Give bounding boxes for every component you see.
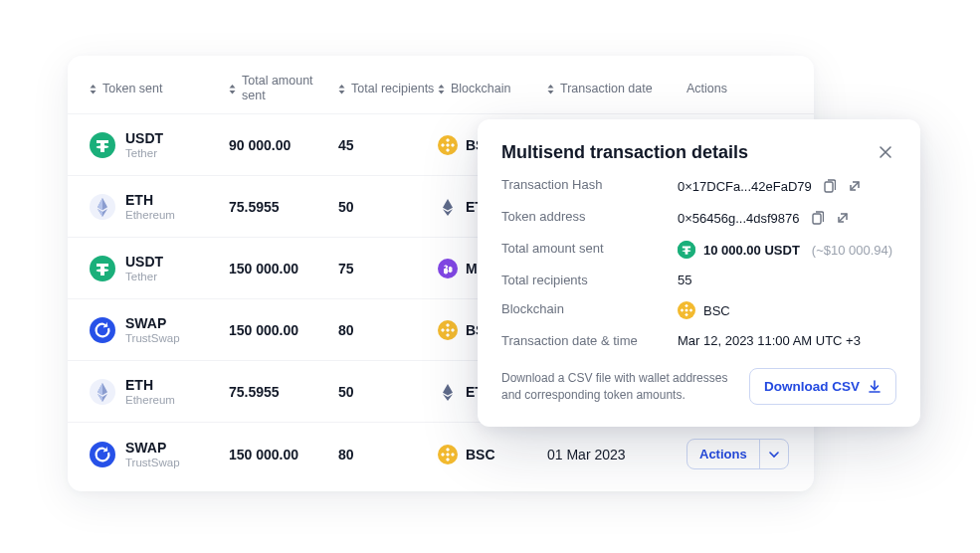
cell-token: USDT Tether bbox=[90, 130, 229, 159]
th-actions: Actions bbox=[686, 82, 796, 96]
download-icon bbox=[868, 380, 882, 394]
eth-icon bbox=[90, 194, 115, 220]
download-csv-button[interactable]: Download CSV bbox=[749, 368, 896, 405]
th-blockchain[interactable]: Blockchain bbox=[438, 82, 547, 96]
eth-icon bbox=[438, 197, 458, 217]
bsc-icon bbox=[678, 301, 695, 319]
label-token-address: Token address bbox=[501, 209, 666, 227]
value-blockchain: BSC bbox=[703, 303, 730, 318]
transaction-details-panel: Multisend transaction details Transactio… bbox=[478, 119, 920, 427]
cell-recipients: 45 bbox=[338, 137, 438, 153]
token-name: Ethereum bbox=[125, 209, 175, 221]
th-amount[interactable]: Total amount sent bbox=[229, 74, 338, 103]
actions-label: Actions bbox=[687, 440, 760, 468]
value-token-address: 0×56456g...4dsf9876 bbox=[678, 211, 800, 226]
cell-token: ETH Ethereum bbox=[90, 377, 229, 406]
open-address-button[interactable] bbox=[834, 209, 852, 227]
label-datetime: Transaction date & time bbox=[501, 333, 666, 348]
panel-title: Multisend transaction details bbox=[501, 142, 748, 163]
chain-label: BSC bbox=[466, 447, 495, 462]
label-hash: Transaction Hash bbox=[501, 177, 666, 195]
value-total-recipients: 55 bbox=[678, 273, 691, 287]
copy-address-button[interactable] bbox=[808, 209, 826, 227]
csv-note: Download a CSV file with wallet addresse… bbox=[501, 370, 735, 402]
cell-actions: Actions bbox=[686, 439, 796, 469]
token-name: TrustSwap bbox=[125, 457, 180, 468]
cell-token: USDT Tether bbox=[90, 254, 229, 282]
token-symbol: ETH bbox=[125, 192, 175, 208]
bsc-icon bbox=[438, 445, 458, 464]
table-header: Token sent Total amount sent Total recip… bbox=[68, 56, 814, 113]
cell-recipients: 80 bbox=[338, 447, 438, 462]
cell-token: SWAP TrustSwap bbox=[90, 315, 229, 344]
table-row: SWAP TrustSwap 150 000.00 80 BSC 01 Mar … bbox=[68, 422, 814, 485]
token-symbol: SWAP bbox=[125, 315, 180, 331]
cell-token: ETH Ethereum bbox=[90, 192, 229, 221]
cell-amount: 90 000.00 bbox=[229, 137, 338, 153]
close-button[interactable] bbox=[875, 141, 896, 163]
sort-icon bbox=[547, 84, 554, 94]
th-token[interactable]: Token sent bbox=[90, 82, 229, 96]
cell-amount: 150 000.00 bbox=[229, 447, 338, 462]
tether-icon bbox=[90, 132, 115, 158]
download-csv-label: Download CSV bbox=[764, 379, 860, 394]
cell-amount: 75.5955 bbox=[229, 384, 338, 400]
th-date-label: Transaction date bbox=[560, 82, 653, 96]
token-symbol: USDT bbox=[125, 130, 163, 146]
cell-token: SWAP TrustSwap bbox=[90, 440, 229, 468]
cell-amount: 75.5955 bbox=[229, 199, 338, 215]
value-datetime: Mar 12, 2023 11:00 AM UTC +3 bbox=[678, 333, 861, 348]
th-actions-label: Actions bbox=[686, 82, 727, 96]
token-symbol: SWAP bbox=[125, 440, 180, 456]
sort-icon bbox=[438, 84, 445, 94]
label-total-recipients: Total recipients bbox=[501, 273, 666, 287]
value-hash: 0×17DCFa...42eFaD79 bbox=[678, 179, 812, 194]
cell-amount: 150 000.00 bbox=[229, 322, 338, 338]
th-recipients[interactable]: Total recipients bbox=[338, 82, 438, 96]
details-list: Transaction Hash 0×17DCFa...42eFaD79 Tok… bbox=[501, 177, 896, 348]
actions-button[interactable]: Actions bbox=[686, 439, 789, 469]
value-total-amount-fiat: (~$10 000.94) bbox=[812, 243, 892, 258]
cell-recipients: 50 bbox=[338, 199, 438, 215]
matic-icon bbox=[438, 259, 458, 278]
eth-icon bbox=[90, 379, 115, 405]
bsc-icon bbox=[438, 320, 458, 340]
swap-icon bbox=[90, 442, 115, 467]
cell-amount: 150 000.00 bbox=[229, 261, 338, 276]
cell-recipients: 50 bbox=[338, 384, 438, 400]
copy-hash-button[interactable] bbox=[820, 177, 838, 195]
swap-icon bbox=[90, 317, 115, 343]
token-symbol: ETH bbox=[125, 377, 175, 393]
th-recipients-label: Total recipients bbox=[351, 82, 434, 96]
cell-blockchain: BSC bbox=[438, 445, 547, 464]
eth-icon bbox=[438, 382, 458, 402]
cell-recipients: 80 bbox=[338, 322, 438, 338]
token-name: Tether bbox=[125, 271, 163, 282]
token-name: Ethereum bbox=[125, 394, 175, 406]
tether-icon bbox=[90, 256, 115, 281]
sort-icon bbox=[90, 84, 97, 94]
cell-date: 01 Mar 2023 bbox=[547, 447, 686, 462]
value-total-amount: 10 000.00 USDT bbox=[703, 243, 800, 258]
th-amount-label: Total amount sent bbox=[242, 74, 338, 103]
th-date[interactable]: Transaction date bbox=[547, 82, 686, 96]
token-name: TrustSwap bbox=[125, 332, 180, 344]
tether-icon bbox=[678, 241, 695, 259]
cell-recipients: 75 bbox=[338, 261, 438, 276]
token-name: Tether bbox=[125, 147, 163, 159]
chevron-down-icon bbox=[760, 443, 788, 466]
th-token-label: Token sent bbox=[102, 82, 162, 96]
sort-icon bbox=[338, 84, 345, 94]
bsc-icon bbox=[438, 135, 458, 155]
th-blockchain-label: Blockchain bbox=[451, 82, 510, 96]
label-blockchain: Blockchain bbox=[501, 301, 666, 319]
sort-icon bbox=[229, 84, 236, 94]
label-total-amount: Total amount sent bbox=[501, 241, 666, 259]
token-symbol: USDT bbox=[125, 254, 163, 270]
open-hash-button[interactable] bbox=[846, 177, 864, 195]
